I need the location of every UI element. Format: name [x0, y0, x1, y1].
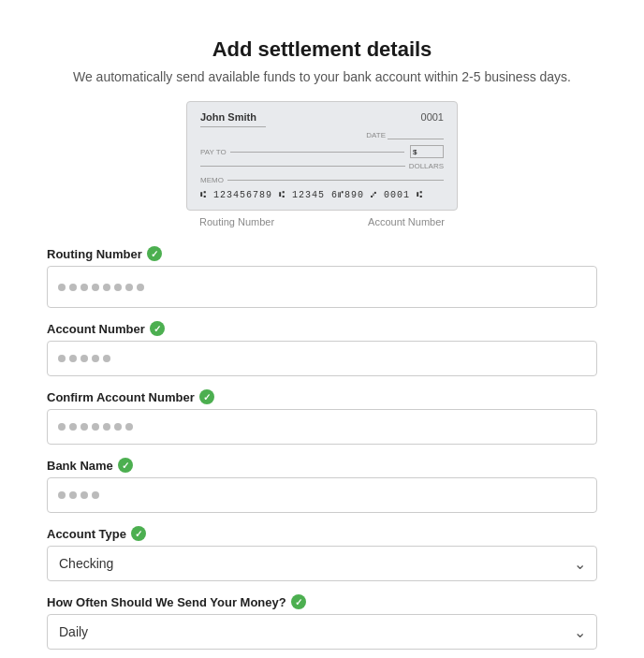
routing-check-icon: ✓ [147, 246, 162, 261]
account-number-input[interactable] [47, 341, 597, 376]
how-often-label: How Often Should We Send Your Money? ✓ [47, 594, 597, 609]
account-type-check-icon: ✓ [131, 526, 146, 541]
check-pay-label: PAY TO [200, 148, 227, 156]
account-type-label: Account Type ✓ [47, 526, 597, 541]
check-micr: ⑆ 123456789 ⑆ 12345 6⑈890 ⑇ 0001 ⑆ [200, 190, 444, 200]
check-dollars-label: DOLLARS [409, 162, 444, 170]
check-number: 0001 [421, 111, 444, 123]
account-check-icon: ✓ [150, 321, 165, 336]
account-label: Account Number [368, 216, 445, 227]
confirm-account-label: Confirm Account Number ✓ [47, 389, 597, 404]
page-title: Add settlement details [47, 37, 597, 62]
how-often-check-icon: ✓ [291, 594, 306, 609]
check-amount-box: $ [410, 145, 444, 158]
confirm-account-input[interactable] [47, 409, 597, 445]
account-number-label: Account Number ✓ [47, 321, 597, 336]
how-often-group: How Often Should We Send Your Money? ✓ D… [47, 594, 597, 650]
routing-number-label: Routing Number ✓ [47, 246, 597, 261]
account-type-select[interactable]: Checking Savings [47, 546, 597, 581]
bank-name-label: Bank Name ✓ [47, 458, 597, 473]
confirm-check-icon: ✓ [199, 389, 214, 404]
check-name: John Smith [200, 111, 256, 123]
check-date-label: DATE [366, 131, 386, 139]
check-labels: Routing Number Account Number [186, 216, 458, 227]
how-often-select[interactable]: Daily Weekly Monthly [47, 614, 597, 650]
bank-name-group: Bank Name ✓ [47, 458, 597, 513]
routing-number-input[interactable] [47, 266, 597, 308]
how-often-select-wrapper: Daily Weekly Monthly ⌄ [47, 614, 597, 650]
main-container: Add settlement details We automatically … [19, 19, 625, 658]
check-memo-label: MEMO [200, 176, 224, 184]
bank-name-input[interactable] [47, 477, 597, 513]
check-diagram: John Smith 0001 DATE PAY TO $ DOLLARS ME… [47, 101, 597, 227]
account-type-select-wrapper: Checking Savings ⌄ [47, 546, 597, 581]
confirm-account-group: Confirm Account Number ✓ [47, 389, 597, 445]
check-image: John Smith 0001 DATE PAY TO $ DOLLARS ME… [186, 101, 458, 211]
account-type-group: Account Type ✓ Checking Savings ⌄ [47, 526, 597, 581]
routing-number-group: Routing Number ✓ [47, 246, 597, 308]
form-section: Routing Number ✓ Account Number ✓ [47, 246, 597, 650]
subtitle: We automatically send available funds to… [47, 69, 597, 84]
account-number-group: Account Number ✓ [47, 321, 597, 376]
bank-check-icon: ✓ [118, 458, 133, 473]
routing-label: Routing Number [199, 216, 274, 227]
